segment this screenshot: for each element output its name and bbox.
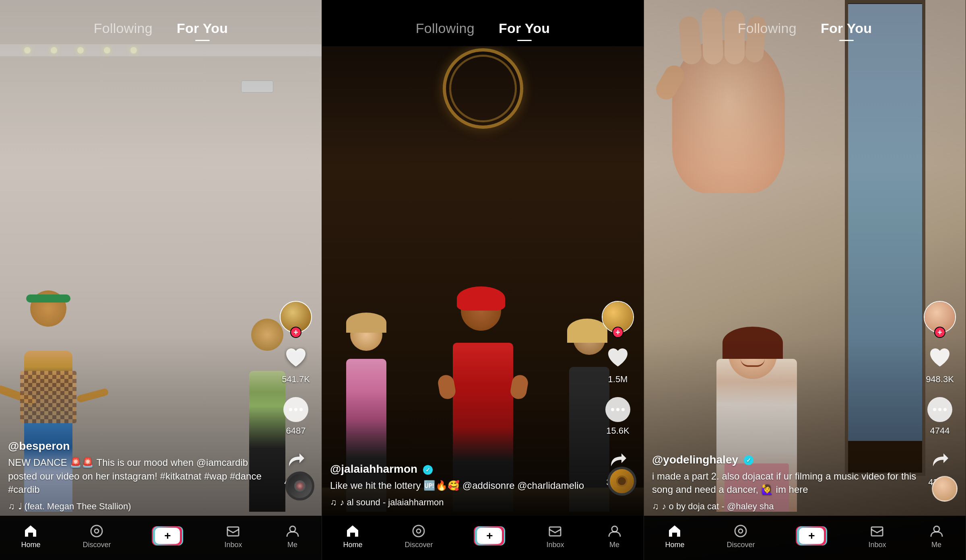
like-count-1: 541.7K: [282, 374, 310, 385]
for-you-tab-1[interactable]: For You: [177, 17, 228, 39]
handle-text-2: @jalaiahharmon: [330, 463, 417, 475]
comment-count-2: 15.6K: [606, 426, 630, 436]
verified-badge-2: [423, 465, 433, 475]
svg-point-7: [612, 526, 617, 532]
svg-point-11: [934, 526, 939, 532]
music-disc-1: [285, 471, 314, 500]
username-1[interactable]: @besperon: [8, 440, 277, 453]
following-tab-2[interactable]: Following: [416, 17, 475, 39]
discover-icon-1: [89, 523, 105, 539]
discover-label-3: Discover: [727, 541, 755, 549]
following-tab-3[interactable]: Following: [738, 17, 797, 39]
nav-discover-1[interactable]: Discover: [83, 523, 111, 549]
nav-home-1[interactable]: Home: [21, 523, 40, 549]
right-actions-2: + 1.5M 15.6K: [602, 301, 634, 488]
avatar-1[interactable]: +: [280, 301, 312, 333]
me-label-2: Me: [609, 541, 619, 549]
following-tab-1[interactable]: Following: [94, 17, 153, 39]
description-3: i made a part 2. also dojacat if ur film…: [652, 469, 921, 496]
nav-plus-2[interactable]: +: [475, 526, 504, 546]
svg-point-4: [413, 525, 424, 537]
music-text-2: ♪ al sound - jalaiahharmon: [340, 497, 444, 508]
avatar-2[interactable]: +: [602, 301, 634, 333]
nav-discover-3[interactable]: Discover: [727, 523, 755, 549]
bottom-nav-1: Home Discover + Inbox: [0, 516, 322, 560]
nav-discover-2[interactable]: Discover: [405, 523, 433, 549]
like-count-3: 948.3K: [926, 374, 954, 385]
for-you-tab-2[interactable]: For You: [499, 17, 550, 39]
home-icon-3: [667, 523, 683, 539]
heart-icon-1: [282, 344, 310, 372]
bottom-info-3: @yodelinghaley i made a part 2. also doj…: [652, 453, 921, 512]
nav-plus-1[interactable]: +: [153, 526, 182, 546]
avatar-plus-1[interactable]: +: [290, 327, 301, 338]
comment-icon-3: [926, 396, 954, 423]
svg-point-3: [290, 526, 295, 532]
music-info-1: ♫ ♩ (feat. Megan Thee Stallion): [8, 501, 277, 512]
bottom-info-1: @besperon NEW DANCE 🚨🚨 This is our mood …: [8, 440, 277, 512]
avatar-3[interactable]: +: [924, 301, 956, 333]
inbox-icon-3: [869, 523, 885, 539]
nav-home-3[interactable]: Home: [665, 523, 684, 549]
music-text-1: ♩ (feat. Megan Thee Stallion): [18, 501, 131, 512]
comment-count-1: 6487: [286, 426, 306, 436]
avatar-plus-2[interactable]: +: [612, 327, 623, 338]
nav-home-2[interactable]: Home: [343, 523, 362, 549]
verified-badge-3: [744, 455, 753, 465]
username-3[interactable]: @yodelinghaley: [652, 453, 921, 466]
comment-icon-1: [282, 396, 310, 423]
comment-count-3: 4744: [930, 426, 950, 436]
like-action-3[interactable]: 948.3K: [926, 344, 954, 385]
top-nav-2: Following For You: [322, 0, 644, 44]
create-button-2[interactable]: +: [475, 526, 504, 546]
me-label-1: Me: [287, 541, 297, 549]
me-icon-2: [607, 523, 623, 539]
like-action-1[interactable]: 541.7K: [282, 344, 310, 385]
nav-me-1[interactable]: Me: [285, 523, 301, 549]
like-action-2[interactable]: 1.5M: [604, 344, 632, 385]
nav-me-3[interactable]: Me: [929, 523, 945, 549]
phone-panel-3: Following For You + 948.3K: [644, 0, 966, 560]
inbox-icon-1: [225, 523, 241, 539]
comment-action-3[interactable]: 4744: [926, 396, 954, 436]
phone-panel-2: Following For You + 1.5M: [322, 0, 644, 560]
home-label-2: Home: [343, 541, 362, 549]
username-2[interactable]: @jalaiahharmon: [330, 463, 599, 476]
handle-text-3: @yodelinghaley: [652, 453, 738, 466]
description-1: NEW DANCE 🚨🚨 This is our mood when @iamc…: [8, 456, 277, 496]
inbox-label-2: Inbox: [546, 541, 564, 549]
share-icon-3: [926, 447, 954, 475]
heart-icon-2: [604, 344, 632, 372]
svg-rect-2: [227, 527, 239, 536]
svg-point-1: [95, 529, 99, 533]
inbox-label-1: Inbox: [224, 541, 242, 549]
nav-me-2[interactable]: Me: [607, 523, 623, 549]
me-icon-3: [929, 523, 945, 539]
music-note-icon-1: ♫: [8, 501, 15, 512]
music-note-icon-2: ♫: [330, 497, 337, 508]
nav-inbox-3[interactable]: Inbox: [868, 523, 886, 549]
avatar-plus-3[interactable]: +: [934, 327, 945, 338]
music-disc-2: [607, 467, 636, 496]
comment-action-1[interactable]: 6487: [282, 396, 310, 436]
nav-plus-3[interactable]: +: [797, 526, 826, 546]
description-2: Like we hit the lottery 🆙🔥🥰 @addisonre @…: [330, 479, 599, 492]
svg-point-0: [91, 525, 102, 537]
discover-label-2: Discover: [405, 541, 433, 549]
right-actions-3: + 948.3K 4744: [924, 301, 956, 488]
discover-label-1: Discover: [83, 541, 111, 549]
inbox-label-3: Inbox: [868, 541, 886, 549]
music-info-2: ♫ ♪ al sound - jalaiahharmon: [330, 497, 599, 508]
for-you-tab-3[interactable]: For You: [821, 17, 872, 39]
bottom-nav-3: Home Discover + Inbox: [644, 516, 966, 560]
create-button-3[interactable]: +: [797, 526, 826, 546]
discover-icon-2: [411, 523, 427, 539]
me-icon-1: [285, 523, 301, 539]
nav-inbox-2[interactable]: Inbox: [546, 523, 564, 549]
svg-point-8: [735, 525, 746, 537]
inbox-icon-2: [547, 523, 563, 539]
create-button-1[interactable]: +: [153, 526, 182, 546]
nav-inbox-1[interactable]: Inbox: [224, 523, 242, 549]
comment-action-2[interactable]: 15.6K: [604, 396, 632, 436]
bottom-info-2: @jalaiahharmon Like we hit the lottery 🆙…: [330, 463, 599, 508]
